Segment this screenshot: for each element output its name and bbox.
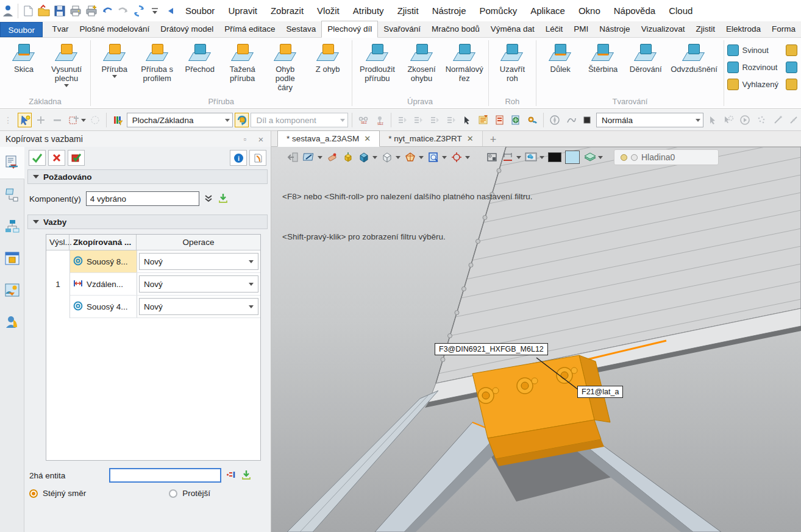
target-icon[interactable] — [450, 151, 463, 163]
print-icon[interactable] — [68, 4, 83, 18]
bounding-box-icon[interactable] — [342, 151, 354, 163]
uzavrit-roh-button[interactable]: Uzavřít roh — [491, 39, 533, 96]
tab-sestava-a[interactable]: * sestava_a.Z3ASM ✕ — [277, 130, 380, 147]
clipped-small-button[interactable] — [783, 76, 800, 93]
constraints-section-header[interactable]: Vazby — [27, 215, 268, 229]
chevron-down-icon[interactable] — [598, 156, 603, 159]
scope-mode-icon[interactable] — [235, 113, 249, 127]
cancel-button[interactable] — [48, 150, 65, 166]
load-selection-icon[interactable] — [218, 193, 229, 205]
background-color-swatch[interactable] — [548, 152, 561, 162]
tab-prima-editace[interactable]: Přímá editace — [219, 21, 280, 37]
collapse-toolbar-icon[interactable] — [163, 4, 178, 18]
view-plane-combo[interactable]: Normála — [596, 113, 703, 127]
tazena-priruba-button[interactable]: Tažená příruba — [221, 39, 264, 96]
table-empty-area[interactable] — [46, 318, 260, 460]
chevron-down-icon[interactable] — [419, 156, 424, 159]
dulek-button[interactable]: Důlek — [539, 39, 582, 96]
prechod-button[interactable]: Přechod — [179, 39, 221, 96]
chevron-down-icon[interactable] — [442, 156, 447, 159]
tab-plosne-modelovani[interactable]: Plošné modelování — [74, 21, 155, 37]
clipped-small-button[interactable] — [783, 41, 800, 59]
add-selection-icon[interactable] — [34, 113, 48, 127]
tab-vymena-dat[interactable]: Výměna dat — [485, 21, 540, 37]
pick-settings-icon[interactable] — [722, 113, 736, 127]
second-entity-input[interactable] — [109, 468, 221, 483]
new-tab-button[interactable]: + — [483, 133, 504, 146]
exit-icon[interactable] — [287, 151, 299, 163]
col-result-header[interactable]: Výsl... — [46, 235, 69, 250]
sterbina-button[interactable]: Štěrbina — [582, 39, 624, 96]
line-point-icon[interactable] — [786, 113, 801, 127]
lasso-icon[interactable] — [88, 113, 102, 127]
image-export-icon[interactable] — [0, 274, 24, 306]
hierarchy-icon[interactable] — [0, 211, 24, 243]
history-list-icon[interactable] — [476, 113, 491, 127]
layer-combo[interactable]: Hladina0 — [614, 149, 719, 165]
panel-close-button[interactable]: × — [255, 133, 267, 144]
tab-sestava[interactable]: Sestava — [281, 21, 322, 37]
tab-elektroda[interactable]: Elektroda — [721, 21, 766, 37]
prodlouzit-prirubu-button[interactable]: Prodloužit přírubu — [354, 39, 400, 96]
wireframe-display-icon[interactable] — [381, 151, 393, 163]
tab-plechovy-dil[interactable]: Plechový díl — [321, 21, 378, 38]
settings-tool-icon[interactable] — [525, 113, 539, 127]
filter-colors-icon[interactable] — [110, 113, 125, 127]
close-tab-icon[interactable]: ✕ — [467, 134, 474, 143]
print-add-icon[interactable] — [84, 4, 99, 18]
operation-dropdown[interactable]: Nový — [139, 275, 258, 293]
close-tab-icon[interactable]: ✕ — [364, 134, 371, 143]
menu-atributy[interactable]: Atributy — [346, 0, 391, 21]
assembly-tree-icon[interactable] — [0, 179, 24, 211]
facet-display-icon[interactable] — [404, 151, 416, 163]
open-file-icon[interactable] — [37, 4, 51, 18]
tab-dratovy-model[interactable]: Drátový model — [155, 21, 219, 37]
zkoseni-ohybu-button[interactable]: Zkosení ohybu — [400, 39, 443, 96]
priruba-s-profilem-button[interactable]: Příruba s profilem — [136, 39, 179, 96]
frame-select-icon[interactable] — [486, 151, 498, 163]
clipped-small-button[interactable] — [783, 59, 800, 76]
undo-icon[interactable] — [100, 4, 115, 18]
view-window-icon[interactable] — [0, 243, 24, 274]
regenerate-icon[interactable] — [132, 4, 146, 18]
col-operation-header[interactable]: Operace — [137, 235, 260, 250]
plane-swatch-icon[interactable] — [580, 113, 594, 127]
rozvinout-button[interactable]: Rozvinout — [725, 59, 781, 76]
apply-button[interactable] — [68, 150, 85, 166]
menu-upravit[interactable]: Upravit — [221, 0, 264, 21]
tab-mracno-bodu[interactable]: Mračno bodů — [426, 21, 485, 37]
layers-icon[interactable] — [583, 151, 596, 163]
operation-dropdown[interactable]: Nový — [139, 298, 258, 315]
cursor-icon[interactable] — [460, 113, 475, 127]
menu-napoveda[interactable]: Nápověda — [607, 0, 662, 21]
menu-vlozit[interactable]: Vložit — [310, 0, 346, 21]
tab-nyt-matice[interactable]: * nyt_matice.Z3PRT ✕ — [380, 131, 482, 146]
tab-lecit[interactable]: Léčit — [540, 21, 569, 37]
compass-icon[interactable] — [547, 113, 562, 127]
play-icon[interactable] — [738, 113, 752, 127]
drag-handle[interactable]: ⋮ — [1, 113, 16, 127]
tab-vizualizovat[interactable]: Vizualizovat — [636, 21, 691, 37]
menu-okno[interactable]: Okno — [572, 0, 607, 21]
save-icon[interactable] — [52, 4, 67, 18]
line-tool-icon[interactable] — [771, 113, 785, 127]
tab-forma[interactable]: Forma — [766, 21, 801, 37]
filter-combo[interactable]: Plocha/Základna — [127, 113, 233, 127]
chevron-down-icon[interactable] — [396, 156, 400, 159]
scope-combo[interactable]: Díl a komponent — [251, 113, 348, 127]
graphics-viewport[interactable]: Hladina0 <F8> nebo <Shift-roll> pro nale… — [271, 147, 801, 532]
menu-zobrazit[interactable]: Zobrazit — [264, 0, 310, 21]
chevron-down-icon[interactable] — [516, 156, 521, 159]
panel-minimize-button[interactable]: ▫ — [239, 133, 251, 144]
component-input[interactable] — [86, 191, 199, 206]
list-filter-icon-2[interactable] — [411, 113, 426, 127]
page-flip-button[interactable] — [249, 150, 266, 166]
tab-nastroje[interactable]: Nástroje — [594, 21, 635, 37]
menu-cloud[interactable]: Cloud — [662, 0, 699, 21]
web-doc-icon[interactable] — [509, 113, 524, 127]
odvzdusneni-button[interactable]: Odvzdušnění — [667, 39, 721, 96]
view-orientation-icon[interactable] — [303, 151, 315, 163]
ribbon-file-tab[interactable]: Soubor — [0, 22, 43, 37]
vyhlazeny-button[interactable]: Vyhlazený — [725, 76, 781, 93]
constraint-cell-distance[interactable]: Vzdálen... — [70, 273, 137, 295]
